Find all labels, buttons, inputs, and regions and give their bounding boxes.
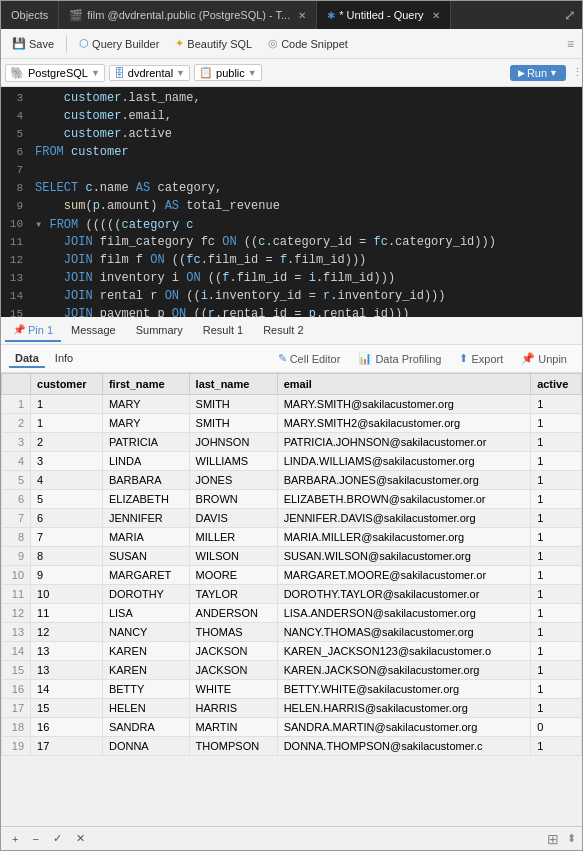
cell-active[interactable]: 1 <box>531 642 582 661</box>
save-button[interactable]: 💾 Save <box>5 34 61 53</box>
cell-customer[interactable]: 10 <box>31 585 103 604</box>
cell-email[interactable]: KAREN_JACKSON123@sakilacustomer.o <box>277 642 531 661</box>
th-active[interactable]: active <box>531 374 582 395</box>
cell-customer[interactable]: 8 <box>31 547 103 566</box>
cell-active[interactable]: 0 <box>531 718 582 737</box>
cell-active[interactable]: 1 <box>531 699 582 718</box>
cell-last-name[interactable]: HARRIS <box>189 699 277 718</box>
cell-first-name[interactable]: KAREN <box>102 661 189 680</box>
cell-first-name[interactable]: SUSAN <box>102 547 189 566</box>
db-engine-select[interactable]: 🐘 PostgreSQL ▼ <box>5 64 105 82</box>
table-row[interactable]: 15 13 KAREN JACKSON KAREN.JACKSON@sakila… <box>2 661 582 680</box>
code-snippet-button[interactable]: ◎ Code Snippet <box>261 34 355 53</box>
cell-last-name[interactable]: MILLER <box>189 528 277 547</box>
cell-customer[interactable]: 4 <box>31 471 103 490</box>
data-tab-data[interactable]: Data <box>9 350 45 368</box>
cell-email[interactable]: MARGARET.MOORE@sakilacustomer.or <box>277 566 531 585</box>
cell-customer[interactable]: 7 <box>31 528 103 547</box>
tab-result2[interactable]: Result 2 <box>253 320 313 342</box>
cell-active[interactable]: 1 <box>531 585 582 604</box>
cell-last-name[interactable]: JOHNSON <box>189 433 277 452</box>
tab-summary[interactable]: Summary <box>126 320 193 342</box>
cell-customer[interactable]: 6 <box>31 509 103 528</box>
cell-last-name[interactable]: WILSON <box>189 547 277 566</box>
cell-email[interactable]: NANCY.THOMAS@sakilacustomer.org <box>277 623 531 642</box>
cell-customer[interactable]: 13 <box>31 661 103 680</box>
cell-last-name[interactable]: WILLIAMS <box>189 452 277 471</box>
data-profiling-button[interactable]: 📊 Data Profiling <box>351 349 448 368</box>
beautify-button[interactable]: ✦ Beautify SQL <box>168 34 259 53</box>
export-button[interactable]: ⬆ Export <box>452 349 510 368</box>
cell-active[interactable]: 1 <box>531 623 582 642</box>
th-last-name[interactable]: last_name <box>189 374 277 395</box>
table-row[interactable]: 3 2 PATRICIA JOHNSON PATRICIA.JOHNSON@sa… <box>2 433 582 452</box>
cell-editor-button[interactable]: ✎ Cell Editor <box>271 349 348 368</box>
maximize-icon[interactable]: ⤢ <box>558 7 582 23</box>
cell-customer[interactable]: 14 <box>31 680 103 699</box>
cell-first-name[interactable]: MARIA <box>102 528 189 547</box>
cell-active[interactable]: 1 <box>531 395 582 414</box>
cell-first-name[interactable]: LINDA <box>102 452 189 471</box>
cell-customer[interactable]: 12 <box>31 623 103 642</box>
cell-email[interactable]: MARY.SMITH@sakilacustomer.org <box>277 395 531 414</box>
remove-row-button[interactable]: − <box>27 831 43 847</box>
overflow-icon[interactable]: ⋮ <box>572 66 578 79</box>
database-select[interactable]: 🗄 dvdrental ▼ <box>109 65 190 81</box>
cell-email[interactable]: LINDA.WILLIAMS@sakilacustomer.org <box>277 452 531 471</box>
cell-email[interactable]: BETTY.WHITE@sakilacustomer.org <box>277 680 531 699</box>
tab-film[interactable]: 🎬 film @dvdrental.public (PostgreSQL) - … <box>59 1 317 29</box>
table-row[interactable]: 4 3 LINDA WILLIAMS LINDA.WILLIAMS@sakila… <box>2 452 582 471</box>
tab-objects[interactable]: Objects <box>1 1 59 29</box>
cell-customer[interactable]: 1 <box>31 395 103 414</box>
cell-first-name[interactable]: DONNA <box>102 737 189 756</box>
more-options-icon[interactable]: ≡ <box>563 35 578 53</box>
cell-last-name[interactable]: JACKSON <box>189 661 277 680</box>
code-editor[interactable]: 3 customer.last_name, 4 customer.email, … <box>1 87 582 317</box>
th-customer[interactable]: customer <box>31 374 103 395</box>
cell-customer[interactable]: 16 <box>31 718 103 737</box>
cell-email[interactable]: LISA.ANDERSON@sakilacustomer.org <box>277 604 531 623</box>
cell-customer[interactable]: 3 <box>31 452 103 471</box>
cell-active[interactable]: 1 <box>531 433 582 452</box>
cell-first-name[interactable]: PATRICIA <box>102 433 189 452</box>
tab-message[interactable]: Message <box>61 320 126 342</box>
grid-view-icon[interactable]: ⊞ <box>547 831 559 847</box>
cell-first-name[interactable]: MARY <box>102 414 189 433</box>
cell-email[interactable]: MARIA.MILLER@sakilacustomer.org <box>277 528 531 547</box>
cell-first-name[interactable]: MARY <box>102 395 189 414</box>
cell-first-name[interactable]: HELEN <box>102 699 189 718</box>
table-row[interactable]: 12 11 LISA ANDERSON LISA.ANDERSON@sakila… <box>2 604 582 623</box>
table-container[interactable]: customer first_name last_name email acti… <box>1 373 582 826</box>
table-row[interactable]: 8 7 MARIA MILLER MARIA.MILLER@sakilacust… <box>2 528 582 547</box>
collapse-icon-10[interactable]: ▾ <box>35 218 42 232</box>
confirm-button[interactable]: ✓ <box>48 830 67 847</box>
cell-customer[interactable]: 13 <box>31 642 103 661</box>
cell-last-name[interactable]: MOORE <box>189 566 277 585</box>
cell-last-name[interactable]: TAYLOR <box>189 585 277 604</box>
cell-email[interactable]: KAREN.JACKSON@sakilacustomer.org <box>277 661 531 680</box>
tab-result1[interactable]: Result 1 <box>193 320 253 342</box>
th-email[interactable]: email <box>277 374 531 395</box>
cell-customer[interactable]: 17 <box>31 737 103 756</box>
cell-email[interactable]: DONNA.THOMPSON@sakilacustomer.c <box>277 737 531 756</box>
cell-customer[interactable]: 2 <box>31 433 103 452</box>
cancel-button[interactable]: ✕ <box>71 830 90 847</box>
cell-active[interactable]: 1 <box>531 547 582 566</box>
unpin-button[interactable]: 📌 Unpin <box>514 349 574 368</box>
cell-active[interactable]: 1 <box>531 737 582 756</box>
table-row[interactable]: 11 10 DOROTHY TAYLOR DOROTHY.TAYLOR@saki… <box>2 585 582 604</box>
cell-last-name[interactable]: SMITH <box>189 395 277 414</box>
cell-last-name[interactable]: DAVIS <box>189 509 277 528</box>
cell-last-name[interactable]: ANDERSON <box>189 604 277 623</box>
cell-last-name[interactable]: WHITE <box>189 680 277 699</box>
cell-first-name[interactable]: JENNIFER <box>102 509 189 528</box>
th-first-name[interactable]: first_name <box>102 374 189 395</box>
cell-active[interactable]: 1 <box>531 414 582 433</box>
cell-email[interactable]: DOROTHY.TAYLOR@sakilacustomer.or <box>277 585 531 604</box>
cell-last-name[interactable]: MARTIN <box>189 718 277 737</box>
cell-customer[interactable]: 1 <box>31 414 103 433</box>
cell-customer[interactable]: 15 <box>31 699 103 718</box>
data-tab-info[interactable]: Info <box>49 350 79 368</box>
table-row[interactable]: 7 6 JENNIFER DAVIS JENNIFER.DAVIS@sakila… <box>2 509 582 528</box>
cell-email[interactable]: HELEN.HARRIS@sakilacustomer.org <box>277 699 531 718</box>
